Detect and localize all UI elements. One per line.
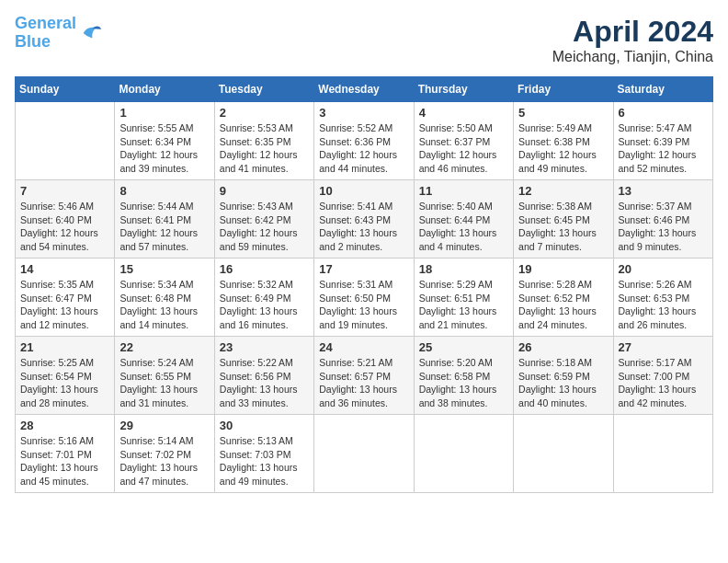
day-info: Sunrise: 5:46 AMSunset: 6:40 PMDaylight:… [20,200,109,254]
day-number: 16 [220,262,309,276]
day-number: 23 [220,340,309,354]
header-monday: Monday [115,77,214,102]
day-info: Sunrise: 5:52 AMSunset: 6:36 PMDaylight:… [319,121,408,176]
calendar-cell [613,415,712,493]
day-number: 11 [419,184,508,198]
calendar-cell: 3Sunrise: 5:52 AMSunset: 6:36 PMDaylight… [314,102,414,180]
day-number: 24 [319,340,408,354]
day-number: 20 [619,262,708,276]
calendar-cell: 14Sunrise: 5:35 AMSunset: 6:47 PMDayligh… [16,259,115,337]
calendar-cell: 20Sunrise: 5:26 AMSunset: 6:53 PMDayligh… [613,259,712,337]
day-info: Sunrise: 5:22 AMSunset: 6:56 PMDaylight:… [220,356,309,410]
page-header: General Blue April 2024 Meichang, Tianji… [15,15,713,65]
day-info: Sunrise: 5:18 AMSunset: 6:59 PMDaylight:… [518,356,608,410]
day-info: Sunrise: 5:29 AMSunset: 6:51 PMDaylight:… [419,278,508,332]
calendar-cell: 13Sunrise: 5:37 AMSunset: 6:46 PMDayligh… [613,180,712,259]
day-info: Sunrise: 5:53 AMSunset: 6:35 PMDaylight:… [220,121,309,176]
calendar-cell: 10Sunrise: 5:41 AMSunset: 6:43 PMDayligh… [314,180,414,259]
day-info: Sunrise: 5:14 AMSunset: 7:02 PMDaylight:… [119,434,209,488]
day-info: Sunrise: 5:31 AMSunset: 6:50 PMDaylight:… [319,278,408,332]
day-info: Sunrise: 5:32 AMSunset: 6:49 PMDaylight:… [220,278,309,332]
calendar-cell [414,415,513,493]
day-number: 5 [518,106,608,120]
week-row-2: 14Sunrise: 5:35 AMSunset: 6:47 PMDayligh… [16,259,713,337]
calendar-cell: 24Sunrise: 5:21 AMSunset: 6:57 PMDayligh… [314,337,414,415]
day-info: Sunrise: 5:21 AMSunset: 6:57 PMDaylight:… [319,356,408,410]
calendar-cell: 26Sunrise: 5:18 AMSunset: 6:59 PMDayligh… [514,337,613,415]
calendar-cell: 1Sunrise: 5:55 AMSunset: 6:34 PMDaylight… [115,102,214,180]
day-number: 29 [119,419,209,432]
calendar-cell: 8Sunrise: 5:44 AMSunset: 6:41 PMDaylight… [115,180,214,259]
calendar-cell: 21Sunrise: 5:25 AMSunset: 6:54 PMDayligh… [16,337,115,415]
day-number: 25 [419,340,508,354]
day-number: 30 [220,419,309,432]
week-row-1: 7Sunrise: 5:46 AMSunset: 6:40 PMDaylight… [16,180,713,259]
calendar-cell: 29Sunrise: 5:14 AMSunset: 7:02 PMDayligh… [115,415,214,493]
day-info: Sunrise: 5:37 AMSunset: 6:46 PMDaylight:… [619,200,708,254]
calendar-cell: 19Sunrise: 5:28 AMSunset: 6:52 PMDayligh… [514,259,613,337]
week-row-4: 28Sunrise: 5:16 AMSunset: 7:01 PMDayligh… [16,415,713,493]
day-number: 22 [119,340,209,354]
day-info: Sunrise: 5:25 AMSunset: 6:54 PMDaylight:… [20,356,109,410]
calendar-cell: 4Sunrise: 5:50 AMSunset: 6:37 PMDaylight… [414,102,513,180]
calendar-cell [314,415,414,493]
logo-text: General Blue [15,15,76,52]
header-friday: Friday [514,77,613,102]
calendar-cell: 2Sunrise: 5:53 AMSunset: 6:35 PMDaylight… [214,102,313,180]
day-number: 8 [119,184,209,198]
day-info: Sunrise: 5:47 AMSunset: 6:39 PMDaylight:… [619,121,708,176]
calendar-cell: 23Sunrise: 5:22 AMSunset: 6:56 PMDayligh… [214,337,313,415]
day-number: 1 [119,106,209,120]
header-saturday: Saturday [613,77,712,102]
day-number: 15 [119,262,209,276]
calendar-cell: 9Sunrise: 5:43 AMSunset: 6:42 PMDaylight… [214,180,313,259]
day-number: 6 [619,106,708,120]
day-info: Sunrise: 5:17 AMSunset: 7:00 PMDaylight:… [619,356,708,410]
day-number: 7 [20,184,109,198]
calendar-cell: 7Sunrise: 5:46 AMSunset: 6:40 PMDaylight… [16,180,115,259]
logo-line1: General [15,14,76,32]
day-number: 9 [220,184,309,198]
day-info: Sunrise: 5:43 AMSunset: 6:42 PMDaylight:… [220,200,309,254]
day-info: Sunrise: 5:44 AMSunset: 6:41 PMDaylight:… [119,200,209,254]
day-info: Sunrise: 5:35 AMSunset: 6:47 PMDaylight:… [20,278,109,332]
day-number: 26 [518,340,608,354]
day-number: 14 [20,262,109,276]
day-info: Sunrise: 5:16 AMSunset: 7:01 PMDaylight:… [20,434,109,488]
week-row-0: 1Sunrise: 5:55 AMSunset: 6:34 PMDaylight… [16,102,713,180]
day-number: 18 [419,262,508,276]
week-row-3: 21Sunrise: 5:25 AMSunset: 6:54 PMDayligh… [16,337,713,415]
day-number: 3 [319,106,408,120]
day-info: Sunrise: 5:24 AMSunset: 6:55 PMDaylight:… [119,356,209,410]
calendar-cell: 25Sunrise: 5:20 AMSunset: 6:58 PMDayligh… [414,337,513,415]
day-info: Sunrise: 5:20 AMSunset: 6:58 PMDaylight:… [419,356,508,410]
day-number: 28 [20,419,109,432]
day-number: 4 [419,106,508,120]
calendar-header-row: SundayMondayTuesdayWednesdayThursdayFrid… [16,77,713,102]
day-number: 10 [319,184,408,198]
calendar-cell: 12Sunrise: 5:38 AMSunset: 6:45 PMDayligh… [514,180,613,259]
logo: General Blue [15,15,104,52]
calendar-cell [16,102,115,180]
day-number: 17 [319,262,408,276]
day-info: Sunrise: 5:40 AMSunset: 6:44 PMDaylight:… [419,200,508,254]
day-number: 12 [518,184,608,198]
day-number: 19 [518,262,608,276]
header-wednesday: Wednesday [314,77,414,102]
day-info: Sunrise: 5:49 AMSunset: 6:38 PMDaylight:… [518,121,608,176]
logo-bird-icon [78,20,104,46]
header-sunday: Sunday [16,77,115,102]
day-info: Sunrise: 5:41 AMSunset: 6:43 PMDaylight:… [319,200,408,254]
calendar-cell: 22Sunrise: 5:24 AMSunset: 6:55 PMDayligh… [115,337,214,415]
header-tuesday: Tuesday [214,77,313,102]
calendar-cell: 18Sunrise: 5:29 AMSunset: 6:51 PMDayligh… [414,259,513,337]
day-info: Sunrise: 5:28 AMSunset: 6:52 PMDaylight:… [518,278,608,332]
day-number: 21 [20,340,109,354]
calendar-cell: 17Sunrise: 5:31 AMSunset: 6:50 PMDayligh… [314,259,414,337]
calendar-cell: 11Sunrise: 5:40 AMSunset: 6:44 PMDayligh… [414,180,513,259]
calendar-cell: 15Sunrise: 5:34 AMSunset: 6:48 PMDayligh… [115,259,214,337]
day-info: Sunrise: 5:13 AMSunset: 7:03 PMDaylight:… [220,434,309,488]
day-info: Sunrise: 5:50 AMSunset: 6:37 PMDaylight:… [419,121,508,176]
calendar-cell: 27Sunrise: 5:17 AMSunset: 7:00 PMDayligh… [613,337,712,415]
calendar-title: April 2024 [552,15,713,49]
